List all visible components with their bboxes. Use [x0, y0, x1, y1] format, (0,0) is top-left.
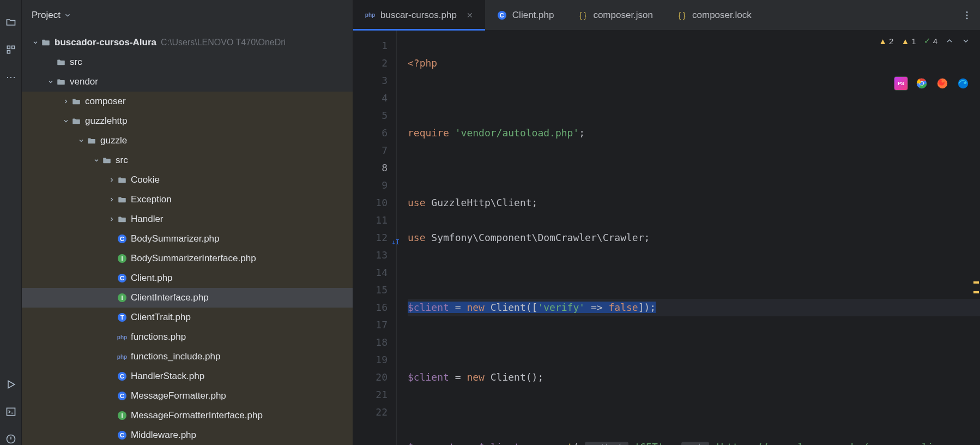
tabs-overflow-menu[interactable]: [954, 0, 980, 30]
line-number: 2: [353, 55, 388, 72]
phpstorm-icon[interactable]: PS: [894, 76, 908, 91]
editor-tab[interactable]: { }composer.json: [566, 0, 665, 30]
editor-tab[interactable]: phpbuscar-cursos.php✕: [353, 0, 485, 30]
tree-item-label: HandlerStack.php: [131, 371, 204, 382]
chevron-icon[interactable]: [61, 98, 71, 105]
project-tool-icon[interactable]: [5, 16, 17, 28]
folder-icon: [101, 155, 112, 165]
editor-tab[interactable]: { }composer.lock: [665, 0, 764, 30]
php-file-icon: php: [117, 354, 128, 360]
weak-warnings-badge[interactable]: ▲ 2: [879, 37, 893, 46]
chevron-icon[interactable]: [107, 177, 117, 183]
project-tree[interactable]: buscador-cursos-Alura C:\Users\LENOVO T4…: [22, 31, 353, 445]
chevron-down-icon[interactable]: [31, 39, 40, 46]
chevron-icon[interactable]: [107, 196, 117, 203]
left-tool-rail: ⋯: [0, 0, 22, 445]
svg-point-7: [966, 14, 968, 16]
line-number: 15: [353, 281, 388, 299]
tree-item[interactable]: phpfunctions.php: [22, 327, 353, 347]
chevron-icon[interactable]: [46, 79, 56, 85]
implements-gutter-icon[interactable]: ↓I: [392, 233, 400, 251]
tree-item[interactable]: Handler: [22, 209, 353, 229]
line-number: 20: [353, 369, 388, 386]
folder-icon: [117, 175, 128, 185]
tree-item[interactable]: CHandlerStack.php: [22, 366, 353, 386]
tree-item[interactable]: src: [22, 151, 353, 170]
line-number: 16: [353, 299, 388, 316]
json-file-icon: { }: [578, 10, 588, 20]
code-content[interactable]: <?php require 'vendor/autoload.php'; use…: [397, 31, 980, 445]
tree-item[interactable]: CBodySummarizer.php: [22, 229, 353, 249]
terminal-tool-icon[interactable]: [5, 406, 17, 418]
chevron-icon[interactable]: [61, 118, 71, 124]
tree-item[interactable]: TClientTrait.php: [22, 308, 353, 327]
edge-icon[interactable]: [956, 76, 970, 91]
folder-icon: [86, 136, 97, 146]
chevron-icon[interactable]: [76, 137, 86, 144]
tree-item[interactable]: composer: [22, 92, 353, 111]
line-number: 17: [353, 316, 388, 334]
prev-highlight-icon[interactable]: [945, 37, 954, 45]
trait-icon: T: [117, 313, 128, 322]
tree-item[interactable]: IMessageFormatterInterface.php: [22, 406, 353, 425]
editor-body[interactable]: 123456789101112↓I13141516171819202122 <?…: [353, 31, 980, 445]
line-number: 22: [353, 404, 388, 421]
chrome-icon[interactable]: [915, 76, 929, 91]
chevron-icon[interactable]: [107, 216, 117, 222]
class-icon: C: [117, 392, 128, 400]
tree-item[interactable]: CMessageFormatter.php: [22, 386, 353, 406]
tree-item-label: functions_include.php: [131, 351, 220, 362]
tree-item[interactable]: IClientInterface.php: [22, 288, 353, 308]
tree-item[interactable]: Cookie: [22, 170, 353, 190]
inspection-bar: ▲ 2 ▲ 1 ✓ 4: [879, 36, 970, 46]
json-file-icon: { }: [677, 10, 687, 20]
problems-tool-icon[interactable]: [5, 433, 17, 445]
tree-item-label: composer: [85, 96, 126, 107]
line-number: 13: [353, 246, 388, 264]
line-number: 8: [353, 159, 388, 177]
interface-icon: I: [117, 411, 128, 420]
close-icon[interactable]: ✕: [467, 11, 473, 20]
tree-item[interactable]: IBodySummarizerInterface.php: [22, 249, 353, 268]
php-file-icon: php: [117, 334, 128, 340]
tree-item[interactable]: src: [22, 52, 353, 72]
tree-root[interactable]: buscador-cursos-Alura C:\Users\LENOVO T4…: [22, 33, 353, 52]
tree-item[interactable]: Exception: [22, 190, 353, 209]
warnings-badge[interactable]: ▲ 1: [901, 37, 916, 46]
tree-item-label: src: [116, 155, 128, 166]
tree-item-label: vendor: [70, 76, 98, 87]
line-number: 14: [353, 264, 388, 281]
tree-item[interactable]: phpfunctions_include.php: [22, 347, 353, 366]
structure-tool-icon[interactable]: [5, 44, 17, 56]
tree-item-label: Middleware.php: [131, 430, 196, 441]
firefox-icon[interactable]: [935, 76, 949, 91]
tree-item[interactable]: CMiddleware.php: [22, 425, 353, 445]
chevron-icon[interactable]: [92, 157, 101, 164]
error-stripe[interactable]: [972, 31, 980, 445]
tree-item[interactable]: guzzle: [22, 131, 353, 151]
tree-item[interactable]: vendor: [22, 72, 353, 92]
tree-item[interactable]: guzzlehttp: [22, 111, 353, 131]
line-number: 12↓I: [353, 229, 388, 246]
editor-tab[interactable]: CClient.php: [485, 0, 566, 30]
next-highlight-icon[interactable]: [961, 37, 970, 45]
tree-item-label: functions.php: [131, 332, 186, 342]
tree-item[interactable]: CClient.php: [22, 268, 353, 288]
chevron-down-icon: [64, 11, 71, 19]
interface-icon: I: [117, 293, 128, 302]
folder-icon: [71, 97, 82, 106]
warning-triangle-icon: ▲: [879, 37, 887, 46]
tree-root-label: buscador-cursos-Alura: [55, 37, 156, 48]
svg-point-13: [958, 79, 968, 88]
tree-item-label: Cookie: [131, 175, 160, 185]
tab-label: buscar-cursos.php: [380, 10, 457, 21]
line-number: 4: [353, 89, 388, 107]
line-number: 18: [353, 334, 388, 351]
project-panel: Project buscador-cursos-Alura C:\Users\L…: [22, 0, 353, 445]
run-tool-icon[interactable]: [5, 378, 17, 390]
passed-badge[interactable]: ✓ 4: [924, 36, 937, 46]
tree-item-label: guzzlehttp: [85, 116, 128, 127]
php-file-icon: php: [365, 10, 375, 20]
project-panel-header[interactable]: Project: [22, 0, 353, 31]
more-tool-icon[interactable]: ⋯: [5, 71, 17, 83]
